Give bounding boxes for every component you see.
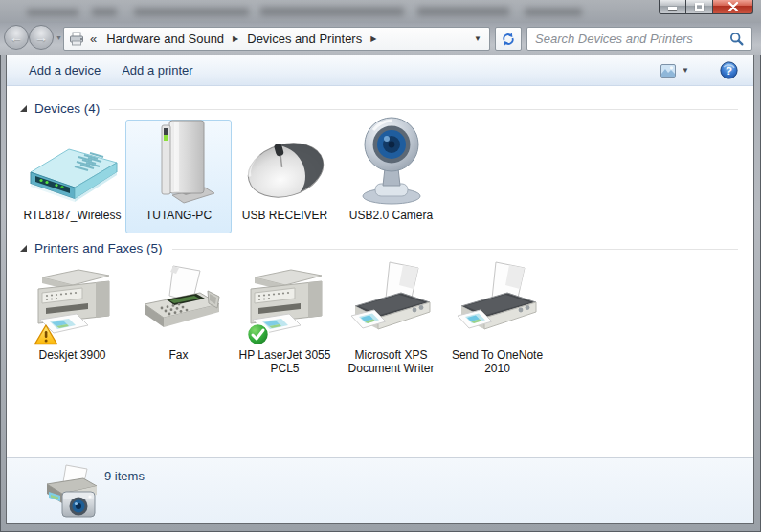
printer-label: Send To OneNote 2010 [448,348,548,375]
search-icon[interactable] [727,32,751,46]
collapse-triangle-icon [20,245,27,252]
window-controls [659,0,753,14]
address-dropdown-icon[interactable]: ▼ [466,34,489,43]
devices-and-printers-window: ← → ▼ « Hardware and Sound ▶ Devices and… [0,0,761,532]
refresh-button[interactable] [495,27,522,51]
printer-item-hp-laserjet-3055[interactable]: HP LaserJet 3055 PCL5 [232,259,338,378]
back-button[interactable]: ← [4,25,29,50]
items-view: Devices (4) [7,86,753,457]
group-rule [172,249,738,250]
router-icon [23,136,123,205]
printer-label: Fax [168,348,188,362]
devices-group-title: Devices (4) [34,101,100,116]
breadcrumb-overflow-chevron[interactable]: « [90,32,97,46]
maximize-icon [695,3,704,11]
device-label: USB RECEIVER [242,209,327,222]
warning-badge-icon [34,323,58,350]
devices-printers-icon [69,32,85,47]
add-printer-button[interactable]: Add a printer [111,57,203,83]
printer-item-send-to-onenote-2010[interactable]: Send To OneNote 2010 [444,259,550,378]
refresh-icon [501,32,516,47]
mouse-icon [235,128,335,205]
printers-group-header[interactable]: Printers and Faxes (5) [20,241,744,255]
device-label: RTL8187_Wireless [24,209,122,222]
title-bar [0,0,761,23]
device-item-tutang-pc[interactable]: TUTANG-PC [125,120,232,233]
device-item-rtl8187-wireless[interactable]: RTL8187_Wireless [19,120,125,233]
svg-text:?: ? [726,65,732,77]
ok-badge-icon [246,322,270,350]
devices-group-header[interactable]: Devices (4) [20,101,744,116]
minimize-icon [668,7,677,10]
recent-pages-dropdown[interactable]: ▼ [56,34,62,41]
printer-label: Microsoft XPS Document Writer [342,348,441,375]
help-button[interactable]: ? [720,61,738,79]
printer-item-fax[interactable]: Fax [125,259,232,378]
maximize-button[interactable] [686,0,713,14]
printer-label: HP LaserJet 3055 PCL5 [235,348,335,375]
document-printer-icon [344,260,439,344]
items-count-label: 9 items [104,469,145,483]
device-label: TUTANG-PC [145,209,212,222]
webcam-icon [350,115,433,205]
printers-group-title: Printers and Faxes (5) [34,241,163,255]
collapse-triangle-icon [20,105,27,112]
fax-icon [131,262,227,344]
device-label: USB2.0 Camera [349,209,433,222]
devices-row: RTL8187_Wireless [18,116,744,233]
window-content: Add a device Add a printer ▼ [6,55,754,524]
details-pane: 9 items [7,457,753,523]
breadcrumb-separator-icon[interactable]: ▶ [366,34,381,43]
breadcrumb: « Hardware and Sound ▶ Devices and Print… [63,27,490,51]
computer-icon [140,117,218,205]
device-item-usb-receiver[interactable]: USB RECEIVER [232,120,338,233]
breadcrumb-devices-and-printers[interactable]: Devices and Printers [243,29,366,49]
add-device-button[interactable]: Add a device [18,57,111,83]
selection-summary-icon [43,463,99,524]
document-printer-icon [450,260,546,344]
breadcrumb-separator-icon[interactable]: ▶ [228,34,243,43]
navigation-bar: ← → ▼ « Hardware and Sound ▶ Devices and… [0,23,761,55]
views-dropdown-icon[interactable]: ▼ [682,66,689,75]
views-icon [660,64,676,78]
views-button[interactable]: ▼ [655,60,695,81]
printers-row: Deskjet 3900 [18,255,744,378]
printer-label: Deskjet 3900 [38,348,105,362]
command-toolbar: Add a device Add a printer ▼ [7,55,753,86]
help-icon: ? [720,61,738,79]
printer-item-microsoft-xps-document-writer[interactable]: Microsoft XPS Document Writer [338,259,444,378]
forward-button[interactable]: → [29,25,54,50]
device-item-usb20-camera[interactable]: USB2.0 Camera [338,120,444,233]
close-button[interactable] [713,0,753,14]
search-input[interactable] [527,32,727,46]
close-icon [727,2,739,11]
group-rule [109,109,738,110]
printer-item-deskjet-3900[interactable]: Deskjet 3900 [19,259,125,378]
breadcrumb-hardware-and-sound[interactable]: Hardware and Sound [102,29,228,49]
minimize-button[interactable] [659,0,686,14]
search-box [526,27,752,51]
